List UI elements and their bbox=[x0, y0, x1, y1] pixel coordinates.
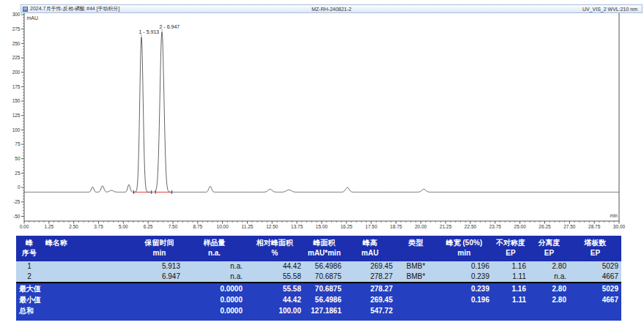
x-tick-label: 30.00 bbox=[613, 224, 626, 229]
column-title: 峰宽 (50%) bbox=[439, 238, 489, 248]
x-tick-label: 12.50 bbox=[266, 224, 278, 229]
detector-channel-label: UV_VIS_2 WVL:210 nm bbox=[582, 7, 637, 12]
summary-cell-width50: 0.196 bbox=[436, 294, 492, 305]
cell-plates: 4667 bbox=[569, 272, 621, 283]
column-unit: min bbox=[138, 248, 180, 258]
y-tick-label: 0 bbox=[18, 184, 21, 190]
summary-label: 总和 bbox=[16, 305, 136, 318]
x-unit-label: min bbox=[610, 213, 618, 218]
summary-cell-res bbox=[529, 305, 569, 318]
column-header-type: 类型 bbox=[396, 236, 436, 261]
column-header-asym: 不对称度EP bbox=[492, 236, 529, 261]
summary-cell-height: 547.72 bbox=[344, 305, 396, 318]
cell-asym: 1.16 bbox=[492, 261, 529, 272]
x-tick-label: 6.25 bbox=[144, 224, 153, 229]
summary-cell-rel_area: 100.00 bbox=[245, 305, 304, 318]
column-header-rt: 保留时间min bbox=[136, 236, 183, 261]
x-tick-label: 22.50 bbox=[465, 224, 477, 229]
y-tick-label: 175 bbox=[12, 84, 21, 89]
cell-type: BMB* bbox=[396, 261, 436, 272]
summary-cell-rt bbox=[136, 305, 183, 318]
x-tick-label: 17.50 bbox=[366, 224, 378, 229]
summary-cell-res: 2.80 bbox=[529, 283, 569, 294]
column-title: 峰高 bbox=[347, 238, 393, 248]
column-unit bbox=[399, 248, 433, 258]
results-table-container: 峰序号峰名称保留时间min样品量n.a.相对峰面积%峰面积mAU*min峰高mA… bbox=[16, 236, 621, 321]
summary-cell-rt bbox=[136, 294, 183, 305]
x-tick-label: 13.75 bbox=[291, 224, 303, 229]
summary-cell-area: 70.6875 bbox=[304, 283, 344, 294]
column-unit: n.a. bbox=[186, 248, 243, 258]
peak-row-2[interactable]: 26.947n.a.55.5870.6875278.27BMB*0.2391.1… bbox=[16, 272, 621, 283]
y-tick-label: 100 bbox=[12, 127, 21, 132]
x-tick-label: 28.75 bbox=[588, 224, 601, 229]
x-tick-label: 8.75 bbox=[193, 224, 203, 229]
column-header-plates: 塔板数EP bbox=[569, 236, 621, 261]
summary-cell-width50: 0.239 bbox=[436, 283, 492, 294]
cell-rt: 5.913 bbox=[136, 261, 183, 272]
chart-titlebar: 2024.7月手性-反相-磷酸 #44 [手动积分] MZ-RH-240821-… bbox=[21, 4, 643, 13]
summary-cell-asym: 1.16 bbox=[492, 283, 529, 294]
column-title: 不对称度 bbox=[495, 238, 526, 248]
column-header-name: 峰名称 bbox=[42, 236, 136, 261]
column-header-width50: 峰宽 (50%)min bbox=[436, 236, 492, 261]
summary-cell-area: 127.1861 bbox=[304, 305, 344, 318]
column-unit: EP bbox=[532, 248, 566, 258]
peak-label: 1 - 5.913 bbox=[139, 29, 160, 34]
cell-rel_area: 55.58 bbox=[245, 272, 304, 283]
column-unit: mAU*min bbox=[307, 248, 341, 258]
column-header-no: 峰序号 bbox=[16, 236, 42, 261]
y-tick-label: -50 bbox=[13, 214, 21, 219]
y-tick-label: 50 bbox=[15, 156, 21, 161]
x-tick-label: 1.25 bbox=[45, 224, 54, 229]
summary-cell-plates: 4667 bbox=[569, 294, 621, 305]
peak-results-table: 峰序号峰名称保留时间min样品量n.a.相对峰面积%峰面积mAU*min峰高mA… bbox=[16, 236, 621, 321]
x-tick-label: 27.50 bbox=[563, 224, 576, 229]
x-tick-label: 26.25 bbox=[538, 224, 551, 229]
cell-no: 1 bbox=[16, 261, 42, 272]
summary-cell-asym bbox=[492, 305, 529, 318]
cell-plates: 5029 bbox=[569, 261, 621, 272]
x-tick-label: 16.25 bbox=[341, 224, 353, 229]
column-header-rel_area: 相对峰面积% bbox=[245, 236, 304, 261]
cell-amount: n.a. bbox=[183, 272, 245, 283]
y-tick-label: -25 bbox=[13, 199, 21, 204]
cell-area: 70.6875 bbox=[304, 272, 344, 283]
y-tick-label: 25 bbox=[15, 171, 21, 176]
chromatogram-svg[interactable]: 3002752502252001751501251007550250-25-50… bbox=[0, 0, 644, 234]
column-unit: % bbox=[248, 248, 301, 258]
column-header-height: 峰高mAU bbox=[344, 236, 396, 261]
peak-row-1[interactable]: 15.913n.a.44.4256.4986269.45BMB*0.1961.1… bbox=[16, 261, 621, 272]
column-header-res: 分离度EP bbox=[529, 236, 569, 261]
summary-cell-amount: 0.0000 bbox=[183, 305, 245, 318]
table-header-row: 峰序号峰名称保留时间min样品量n.a.相对峰面积%峰面积mAU*min峰高mA… bbox=[16, 236, 621, 261]
column-header-amount: 样品量n.a. bbox=[183, 236, 245, 261]
x-tick-label: 18.75 bbox=[390, 224, 402, 229]
x-tick-label: 5.00 bbox=[119, 224, 128, 229]
y-tick-label: 150 bbox=[12, 98, 21, 103]
column-title: 峰面积 bbox=[307, 238, 341, 248]
summary-cell-rel_area: 55.58 bbox=[245, 283, 304, 294]
x-tick-label: 23.75 bbox=[489, 224, 502, 229]
summary-cell-width50 bbox=[436, 305, 492, 318]
y-tick-label: 200 bbox=[12, 70, 21, 75]
summary-label: 最小值 bbox=[16, 294, 136, 305]
cell-asym: 1.11 bbox=[492, 272, 529, 283]
column-title: 峰名称 bbox=[45, 238, 133, 248]
column-unit: min bbox=[439, 248, 489, 258]
x-tick-label: 25.00 bbox=[514, 224, 527, 229]
x-tick-label: 11.25 bbox=[242, 224, 253, 229]
column-unit: 序号 bbox=[19, 248, 40, 258]
y-tick-label: 275 bbox=[12, 26, 21, 31]
column-title: 保留时间 bbox=[138, 238, 180, 248]
cell-width50: 0.239 bbox=[436, 272, 492, 283]
y-tick-label: 300 bbox=[12, 12, 21, 17]
summary-row-0: 最大值0.000055.5870.6875278.270.2391.162.80… bbox=[16, 283, 621, 294]
column-unit: EP bbox=[495, 248, 526, 258]
x-tick-label: 2.50 bbox=[69, 224, 78, 229]
cell-res: 2.80 bbox=[529, 261, 569, 272]
summary-cell-plates: 5029 bbox=[569, 283, 621, 294]
y-tick-label: 125 bbox=[12, 113, 21, 118]
summary-cell-amount: 0.0000 bbox=[183, 294, 245, 305]
column-header-area: 峰面积mAU*min bbox=[304, 236, 344, 261]
